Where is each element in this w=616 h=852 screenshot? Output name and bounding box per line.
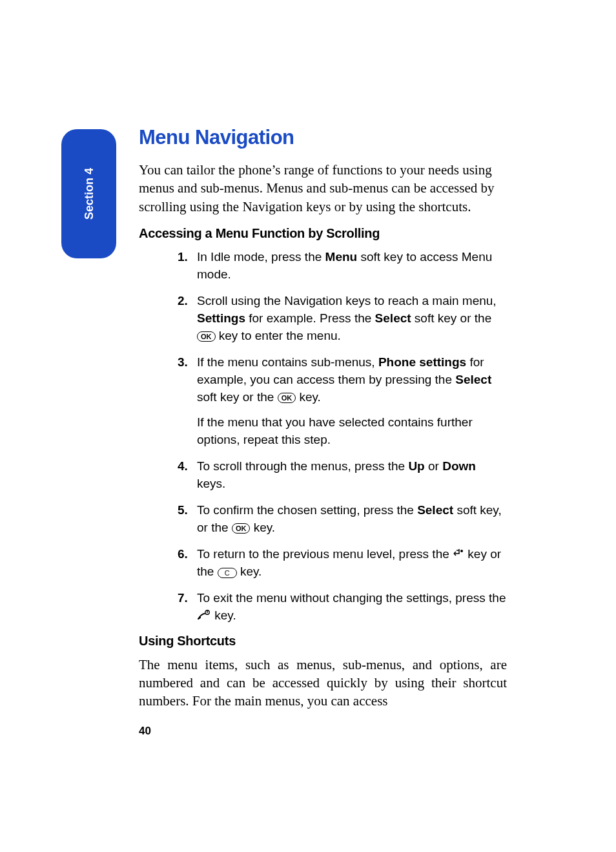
shortcuts-paragraph: The menu items, such as menus, sub-menus… (139, 656, 507, 710)
step-6: 6.To return to the previous menu level, … (178, 546, 507, 581)
section-tab-label: Section 4 (82, 168, 96, 220)
back-key-icon (453, 546, 464, 563)
section-tab: Section 4 (61, 129, 116, 258)
step-3: 3.If the menu contains sub-menus, Phone … (178, 354, 507, 449)
ok-key-icon: OK (278, 393, 296, 403)
ok-key-icon: OK (232, 523, 251, 534)
page-content: Menu Navigation You can tailor the phone… (139, 126, 507, 711)
c-key-icon: C (218, 568, 237, 578)
intro-paragraph: You can tailor the phone’s range of func… (139, 161, 507, 216)
step-1: 1.In Idle mode, press the Menu soft key … (178, 249, 507, 284)
step-2: 2.Scroll using the Navigation keys to re… (178, 293, 507, 345)
subheading-shortcuts: Using Shortcuts (139, 634, 507, 649)
step-4: 4.To scroll through the menus, press the… (178, 458, 507, 493)
end-key-icon (197, 608, 211, 625)
step-7: 7.To exit the menu without changing the … (178, 590, 507, 625)
step-3-extra: If the menu that you have selected conta… (197, 414, 507, 449)
page-number: 40 (139, 725, 151, 738)
subheading-scrolling: Accessing a Menu Function by Scrolling (139, 226, 507, 241)
page-title: Menu Navigation (139, 126, 507, 149)
step-5: 5.To confirm the chosen setting, press t… (178, 502, 507, 537)
svg-point-0 (460, 550, 463, 552)
ok-key-icon: OK (197, 331, 216, 342)
steps-list: 1.In Idle mode, press the Menu soft key … (139, 249, 507, 625)
